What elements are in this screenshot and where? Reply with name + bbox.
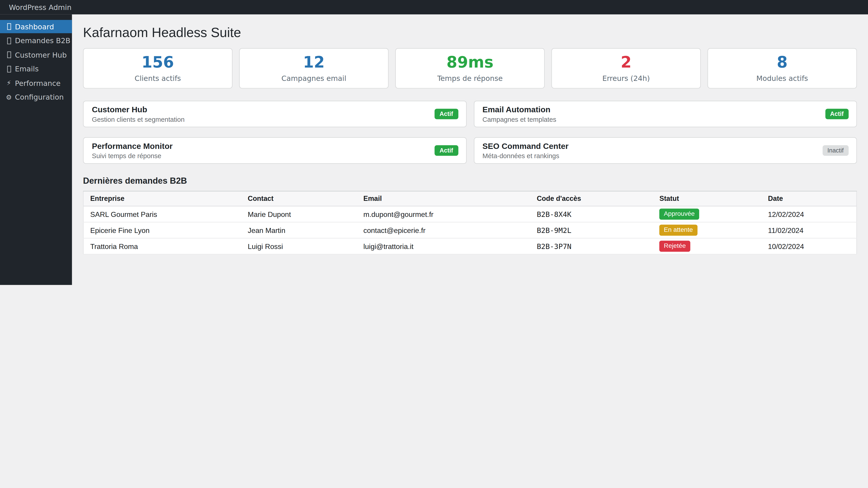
status-badge-rejected: Rejetée [659,241,690,252]
cell-entreprise: Trattoria Roma [84,238,241,254]
cell-date: 10/02/2024 [761,238,857,254]
sidebar-item-performance[interactable]: ⚡ Performance [0,76,72,90]
sidebar-item-label: Customer Hub [15,51,67,59]
status-badge-approved: Approuvée [659,209,699,220]
cell-entreprise: Epicerie Fine Lyon [84,222,241,238]
table-row: Trattoria Roma Luigi Rossi luigi@trattor… [84,238,857,254]
stat-card-campagnes-email: 12 Campagnes email [239,48,389,89]
column-header-code-acces: Code d'accès [530,191,653,206]
demandes-b2b-icon [5,37,12,44]
stat-card-clients-actifs: 156 Clients actifs [83,48,232,89]
sidebar: Dashboard Demandes B2B Customer Hub Emai… [0,14,72,285]
emails-icon [5,66,12,72]
sidebar-menu: Dashboard Demandes B2B Customer Hub Emai… [0,14,72,104]
module-description: Gestion clients et segmentation [92,116,458,123]
sidebar-item-label: Emails [15,65,39,73]
sidebar-item-label: Demandes B2B [15,37,70,45]
stat-label: Clients actifs [134,74,181,82]
module-description: Campagnes et templates [483,116,848,123]
performance-lightning-icon: ⚡ [5,80,12,86]
sidebar-item-customer-hub[interactable]: Customer Hub [0,48,72,61]
sidebar-item-label: Dashboard [15,22,54,31]
page-title: Kafarnaom Headless Suite [83,25,857,40]
b2b-table: Entreprise Contact Email Code d'accès St… [83,191,857,255]
cell-date: 12/02/2024 [761,206,857,222]
status-badge: Actif [435,145,458,156]
module-description: Méta-données et rankings [483,152,848,160]
cell-code: B2B-9M2L [530,222,653,238]
module-description: Suivi temps de réponse [92,152,458,160]
status-badge: Actif [435,109,458,119]
sidebar-item-emails[interactable]: Emails [0,62,72,76]
cell-statut: Approuvée [653,206,761,222]
module-name: SEO Command Center [483,141,848,151]
cell-statut: En attente [653,222,761,238]
table-header-row: Entreprise Contact Email Code d'accès St… [84,191,857,206]
stat-card-temps-reponse: 89ms Temps de réponse [395,48,545,89]
sidebar-item-label: Configuration [15,93,64,101]
column-header-contact: Contact [241,191,357,206]
sidebar-item-demandes-b2b[interactable]: Demandes B2B [0,34,72,47]
cell-statut: Rejetée [653,238,761,254]
sidebar-item-configuration[interactable]: ⚙ Configuration [0,90,72,104]
customer-hub-icon [5,52,12,58]
module-card-seo-command-center[interactable]: SEO Command Center Méta-données et ranki… [473,137,857,164]
module-name: Email Automation [483,105,848,114]
sidebar-item-dashboard[interactable]: Dashboard [0,20,72,33]
module-card-performance-monitor[interactable]: Performance Monitor Suivi temps de répon… [83,137,466,164]
column-header-entreprise: Entreprise [84,191,241,206]
stat-label: Modules actifs [756,74,808,82]
stat-label: Temps de réponse [437,74,503,82]
stat-value: 89ms [446,55,493,70]
stat-label: Erreurs (24h) [602,74,650,82]
screen: WordPress Admin Dashboard Demandes B2B C… [0,0,868,488]
status-badge-pending: En attente [659,225,698,236]
cell-email: contact@epicerie.fr [357,222,530,238]
b2b-section-title: Dernières demandes B2B [83,176,857,186]
table-row: Epicerie Fine Lyon Jean Martin contact@e… [84,222,857,238]
stat-label: Campagnes email [281,74,346,82]
cell-date: 11/02/2024 [761,222,857,238]
cell-contact: Jean Martin [241,222,357,238]
status-badge: Inactif [822,145,848,156]
dashboard-icon [5,23,12,30]
status-badge: Actif [825,109,848,119]
topbar-title: WordPress Admin [0,3,71,11]
cell-code: B2B-3P7N [530,238,653,254]
column-header-date: Date [761,191,857,206]
cell-contact: Luigi Rossi [241,238,357,254]
sidebar-item-label: Performance [15,79,61,87]
stat-value: 12 [303,55,324,70]
topbar: WordPress Admin [0,0,868,14]
stat-value: 8 [777,55,788,70]
table-row: SARL Gourmet Paris Marie Dupont m.dupont… [84,206,857,222]
stat-value: 156 [142,55,174,70]
stats-row: 156 Clients actifs 12 Campagnes email 89… [83,48,857,89]
module-card-email-automation[interactable]: Email Automation Campagnes et templates … [473,101,857,127]
stat-card-erreurs-24h: 2 Erreurs (24h) [551,48,701,89]
main-content: Kafarnaom Headless Suite 156 Clients act… [72,14,868,488]
column-header-statut: Statut [653,191,761,206]
module-name: Customer Hub [92,105,458,114]
module-name: Performance Monitor [92,141,458,151]
cell-code: B2B-8X4K [530,206,653,222]
cell-email: luigi@trattoria.it [357,238,530,254]
column-header-email: Email [357,191,530,206]
stat-card-modules-actifs: 8 Modules actifs [708,48,857,89]
stat-value: 2 [621,55,631,70]
cell-email: m.dupont@gourmet.fr [357,206,530,222]
cell-entreprise: SARL Gourmet Paris [84,206,241,222]
configuration-gear-icon: ⚙ [5,94,12,100]
module-card-customer-hub[interactable]: Customer Hub Gestion clients et segmenta… [83,101,466,127]
cell-contact: Marie Dupont [241,206,357,222]
modules-grid: Customer Hub Gestion clients et segmenta… [83,101,857,164]
